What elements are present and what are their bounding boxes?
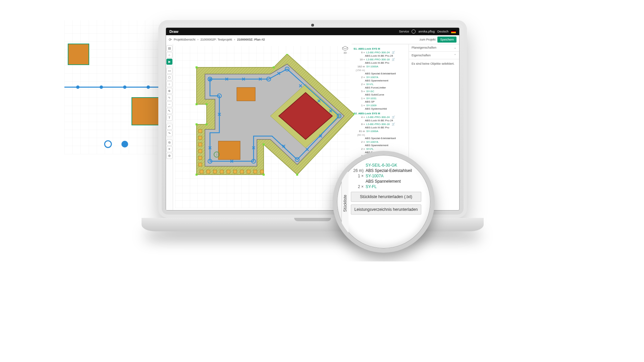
to-project-link[interactable]: zum Projekt xyxy=(420,38,436,41)
breadcrumb-bar: ⟳ Projektübersicht › 21000002P: Testproj… xyxy=(166,35,459,44)
bom-s1-title[interactable]: S1. ABS-Lock SYS III xyxy=(354,47,407,51)
bom-row[interactable]: 4 ×L3-BE-PRO-300-24🛒 xyxy=(355,116,407,119)
bom-code[interactable]: SY-1007A xyxy=(366,76,378,79)
svg-rect-74 xyxy=(199,129,202,133)
bom-row[interactable]: 18 ×L3-BE-PRO-300-18🛒 xyxy=(355,58,407,61)
object-properties-section[interactable]: Eigenschaften⌃ xyxy=(409,52,459,59)
tool-rect-icon[interactable]: ▭ xyxy=(166,68,172,74)
bom-row[interactable]: 2 ×SY-FL xyxy=(355,83,407,86)
bom-s2-title[interactable]: S2. ABS-Lock SYS III xyxy=(354,112,407,115)
svg-marker-7 xyxy=(342,46,348,49)
bom-code[interactable]: SY-1000A xyxy=(366,130,378,133)
magnifier-overlay: Stückliste SY-SEIL-6-30-GK 26 m)ABS Spez… xyxy=(333,151,435,253)
tool-redo-icon[interactable]: ↷ xyxy=(166,130,172,136)
chevron-right-icon: › xyxy=(198,38,199,41)
save-button[interactable]: Speichern xyxy=(437,37,457,43)
svg-rect-72 xyxy=(254,170,257,173)
language-selector[interactable]: Deutsch xyxy=(437,30,448,33)
svg-rect-76 xyxy=(199,143,202,146)
tool-text-icon[interactable]: T xyxy=(166,115,172,121)
svg-rect-24 xyxy=(206,103,208,105)
chevron-down-icon: ⌄ xyxy=(454,46,457,49)
tool-rope-icon[interactable]: ∿ xyxy=(166,95,172,101)
bom-row[interactable]: 8 ×L3-BE-PRO-300-18🛒 xyxy=(355,123,407,126)
bom-code[interactable]: SY-1000A xyxy=(366,65,378,68)
drawing-canvas[interactable]: 3D xyxy=(173,44,352,210)
tool-select-icon[interactable]: ▶ xyxy=(166,59,172,65)
plan-properties-section[interactable]: Planeigenschaften⌄ xyxy=(409,44,459,52)
tool-measure-icon[interactable]: ↔ xyxy=(166,101,172,107)
mag-code[interactable]: SY-FL xyxy=(366,184,377,189)
tool-copy-icon[interactable]: ⧉ xyxy=(166,139,172,145)
bom-s1-list: 6 ×L3-BE-PRO-300-24🛒ABS-Lock III-BE Pro-… xyxy=(354,51,407,111)
svg-rect-18 xyxy=(296,174,298,176)
svg-rect-66 xyxy=(213,170,217,173)
cart-icon[interactable]: 🛒 xyxy=(392,116,395,119)
service-link[interactable]: Service xyxy=(399,30,409,33)
svg-rect-14 xyxy=(196,66,198,68)
bom-code[interactable]: SY-FL xyxy=(366,147,374,151)
bom-row[interactable]: 1 ×SY-1031 xyxy=(355,97,407,100)
tool-layers-icon[interactable]: ▤ xyxy=(166,45,172,51)
username[interactable]: annika.pflug xyxy=(418,30,435,33)
tool-circle-icon[interactable]: ○ xyxy=(166,81,172,87)
tool-delete-icon[interactable]: ✕ xyxy=(166,146,172,152)
laptop-base xyxy=(142,218,484,231)
bom-code[interactable]: SY-SC xyxy=(366,90,374,93)
app-topbar: Draw Service annika.pflug Deutsch xyxy=(166,28,459,35)
svg-rect-71 xyxy=(247,170,250,173)
user-icon xyxy=(412,29,416,34)
tool-building-icon[interactable]: ⌂ xyxy=(166,52,172,58)
roof-plan[interactable]: i xyxy=(186,54,354,188)
svg-rect-20 xyxy=(263,174,265,176)
svg-rect-68 xyxy=(227,170,230,173)
cart-icon[interactable]: 🛒 xyxy=(392,51,395,54)
bom-code[interactable]: L3-BE-PRO-300-24 xyxy=(366,51,390,54)
bom-code[interactable]: L3-BE-PRO-300-18 xyxy=(366,123,390,126)
tool-anchor-icon[interactable]: ⊕ xyxy=(166,88,172,94)
chevron-up-icon: ⌃ xyxy=(454,54,457,57)
flag-de-icon xyxy=(451,30,456,33)
bom-row[interactable]: 2 ×SY-1007A xyxy=(355,76,407,79)
bom-row[interactable]: 2 ×SY-FL xyxy=(355,147,407,151)
tool-undo-icon[interactable]: ↶ xyxy=(166,124,172,130)
svg-rect-75 xyxy=(199,136,202,139)
tool-poly-icon[interactable]: ⬠ xyxy=(166,74,172,80)
properties-empty-message: Es sind keine Objekte selektiert. xyxy=(409,59,459,68)
tool-pen-icon[interactable]: ✎ xyxy=(166,108,172,114)
app-title: Draw xyxy=(169,29,178,34)
bom-row[interactable]: 5 ×SY-SC xyxy=(355,90,407,93)
mag-code[interactable]: SY-SEIL-6-30-GK xyxy=(366,163,397,168)
bom-code[interactable]: L3-BE-PRO-300-24 xyxy=(366,116,390,119)
bom-row[interactable]: 81 mSY-1000A xyxy=(355,130,407,133)
background-plan xyxy=(64,20,165,154)
bom-code[interactable]: SY-1031 xyxy=(366,97,376,100)
view-3d-toggle[interactable]: 3D xyxy=(341,46,349,54)
svg-rect-70 xyxy=(240,170,244,173)
download-bom-button[interactable]: Stückliste herunterladen (.txt) xyxy=(351,192,421,202)
svg-point-5 xyxy=(105,141,111,147)
camera-icon xyxy=(311,24,314,26)
bom-code[interactable]: SY-1007A xyxy=(366,140,378,144)
bom-code[interactable]: SY-FL xyxy=(366,83,374,86)
bom-code[interactable]: L3-BE-PRO-300-18 xyxy=(366,58,390,61)
cart-icon[interactable]: 🛒 xyxy=(392,58,395,61)
breadcrumb-root[interactable]: Projektübersicht xyxy=(174,38,196,41)
svg-rect-19 xyxy=(263,143,265,145)
breadcrumb-project[interactable]: 21000002P: Testprojekt xyxy=(201,38,232,41)
refresh-icon[interactable]: ⟳ xyxy=(169,38,172,42)
bom-code[interactable]: SY-1009 xyxy=(366,104,376,107)
bom-row[interactable]: 162 mSY-1000A xyxy=(355,65,407,68)
svg-point-2 xyxy=(100,85,103,89)
cart-icon[interactable]: 🛒 xyxy=(392,123,395,126)
mag-code[interactable]: SY-1007A xyxy=(366,174,384,178)
bom-row[interactable]: 1 ×SY-1009 xyxy=(355,104,407,107)
bom-row[interactable]: 6 ×L3-BE-PRO-300-24🛒 xyxy=(355,51,407,54)
svg-rect-67 xyxy=(220,170,223,173)
tool-column-left: ▤ ⌂ ▶ ▭ ⬠ ○ ⊕ ∿ ↔ ✎ T ↶ ↷ xyxy=(166,44,173,210)
tool-settings-icon[interactable]: ⚙ xyxy=(166,153,172,159)
svg-rect-77 xyxy=(199,149,202,153)
bom-row[interactable]: 2 ×SY-1007A xyxy=(355,140,407,144)
svg-point-6 xyxy=(121,141,128,147)
download-spec-button[interactable]: Leistungsverzeichnis herunterladen xyxy=(351,204,421,215)
